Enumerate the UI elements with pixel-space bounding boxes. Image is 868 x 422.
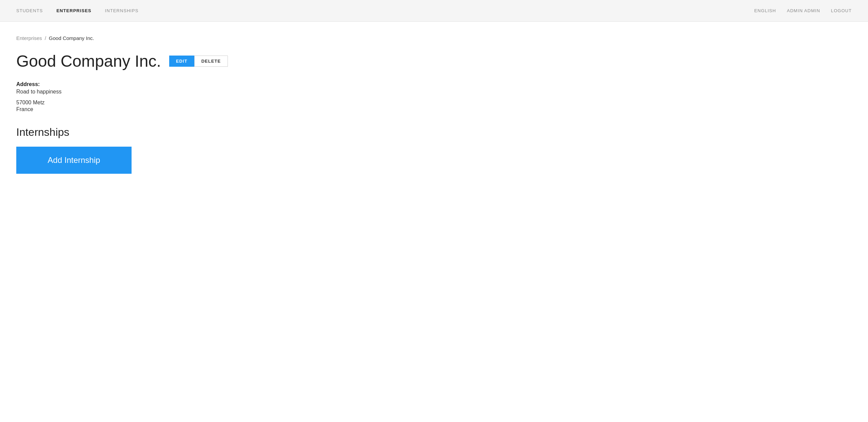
address-label: Address: [16, 81, 852, 87]
page-title: Good Company Inc. [16, 52, 161, 70]
internships-section: Internships Add Internship [16, 126, 852, 174]
breadcrumb: Enterprises / Good Company Inc. [16, 35, 852, 41]
nav-logout[interactable]: LOGOUT [831, 8, 852, 13]
nav-left: STUDENTS ENTERPRISES INTERNSHIPS [16, 8, 138, 13]
add-internship-button[interactable]: Add Internship [16, 147, 132, 174]
nav-user[interactable]: ADMIN ADMIN [787, 8, 820, 13]
title-actions: EDIT DELETE [169, 56, 228, 67]
main-content: Enterprises / Good Company Inc. Good Com… [0, 22, 868, 422]
navbar: STUDENTS ENTERPRISES INTERNSHIPS ENGLISH… [0, 0, 868, 22]
breadcrumb-current: Good Company Inc. [49, 35, 94, 41]
edit-button[interactable]: EDIT [169, 56, 194, 67]
address-city: 57000 Metz [16, 100, 852, 106]
nav-language[interactable]: ENGLISH [754, 8, 776, 13]
address-street: Road to happiness [16, 89, 852, 95]
breadcrumb-parent[interactable]: Enterprises [16, 35, 42, 41]
address-gap [16, 96, 852, 100]
nav-internships[interactable]: INTERNSHIPS [105, 8, 139, 13]
internships-title: Internships [16, 126, 852, 139]
nav-enterprises[interactable]: ENTERPRISES [56, 8, 91, 13]
nav-right: ENGLISH ADMIN ADMIN LOGOUT [754, 8, 852, 13]
breadcrumb-separator: / [45, 35, 46, 41]
delete-button[interactable]: DELETE [194, 56, 228, 67]
title-row: Good Company Inc. EDIT DELETE [16, 52, 852, 70]
address-section: Address: Road to happiness 57000 Metz Fr… [16, 81, 852, 112]
address-country: France [16, 106, 852, 112]
nav-students[interactable]: STUDENTS [16, 8, 43, 13]
